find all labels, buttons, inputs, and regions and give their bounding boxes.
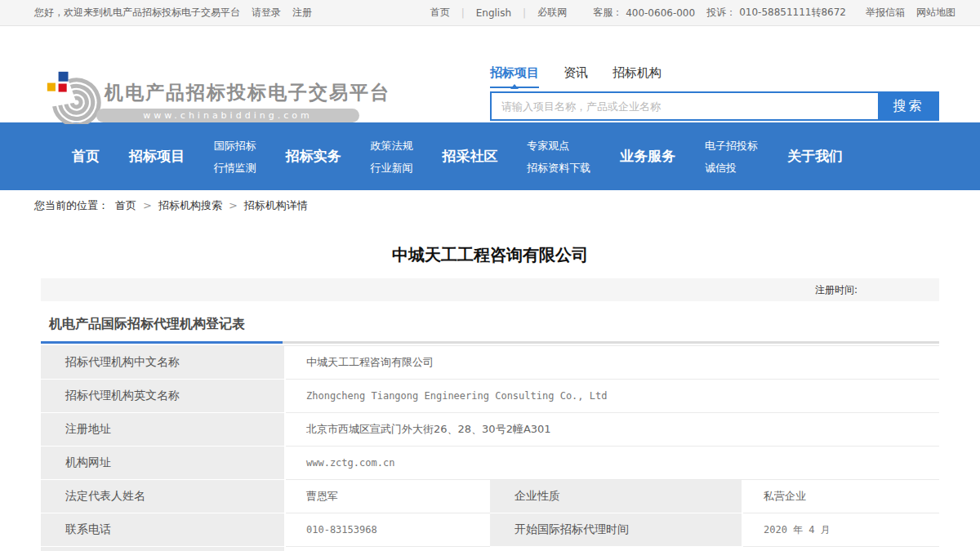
logo-yellow-square (47, 83, 56, 91)
site-header: 机电产品招标投标电子交易平台 www.chinabidding.com 招标项目… (0, 26, 980, 122)
nav-bid-downloads-line2[interactable]: 招标资料下载 (527, 157, 590, 179)
page-title: 中城天工工程咨询有限公司 (41, 242, 939, 267)
site-title: 机电产品招标投标电子交易平台 (105, 80, 390, 105)
nav-expert-views-line1[interactable]: 专家观点 (527, 135, 590, 157)
search-tabs: 招标项目 资讯 招标机构 (490, 65, 939, 88)
search-tab-news[interactable]: 资讯 (564, 65, 588, 88)
welcome-text: 您好，欢迎来到机电产品招标投标电子交易平台 (34, 6, 240, 20)
section-underline-accent (41, 341, 283, 344)
register-link[interactable]: 注册 (292, 6, 312, 20)
register-time-label: 注册时间: (815, 284, 858, 295)
row-label: 开始国际招标代理时间 (490, 513, 743, 547)
nav-bid-projects[interactable]: 招标项目 (129, 147, 185, 166)
search-button[interactable]: 搜索 (878, 91, 939, 121)
breadcrumb-agency-search[interactable]: 招标机构搜索 (158, 190, 222, 221)
active-tab-caret-icon (510, 84, 519, 89)
main-content: 中城天工工程咨询有限公司 注册时间: 机电产品国际招标代理机构登记表 招标代理机… (41, 242, 939, 551)
nav-market-monitor-line2[interactable]: 行情监测 (214, 157, 256, 179)
row-label: 招标代理机构中文名称 (41, 346, 286, 380)
table-row: 法定代表人姓名 曹恩军 企业性质 私营企业 (41, 480, 939, 513)
search-area: 招标项目 资讯 招标机构 搜索 (490, 65, 939, 121)
table-row: 招标代理机构英文名称 Zhongcheng Tiangong Engineeri… (41, 380, 939, 413)
nav-about-us[interactable]: 关于我们 (787, 147, 843, 166)
row-label: 招标代理机构英文名称 (41, 380, 286, 413)
logo-red-square (59, 84, 67, 92)
section-title: 机电产品国际招标代理机构登记表 (41, 316, 939, 334)
agency-detail-table: 招标代理机构中文名称 中城天工工程咨询有限公司 招标代理机构英文名称 Zhong… (41, 345, 939, 551)
nav-home[interactable]: 首页 (72, 147, 100, 166)
breadcrumb-current: 招标机构详情 (244, 190, 308, 221)
row-value: 中城天工工程咨询有限公司 (286, 346, 939, 379)
sitemap-link[interactable]: 网站地图 (916, 6, 956, 20)
site-url-banner: www.chinabidding.com (96, 109, 359, 122)
service-label: 客服： (593, 6, 622, 20)
nav-ebidding[interactable]: 电子招投标 诚信投 (705, 135, 758, 179)
nav-policy-news[interactable]: 政策法规 行业新闻 (371, 135, 413, 179)
complaint-phone: 010-58851111转8672 (739, 6, 846, 20)
section-underline (41, 341, 939, 344)
divider: | (523, 7, 526, 19)
table-row-partial (41, 547, 939, 551)
bilian-link[interactable]: 必联网 (537, 6, 567, 20)
login-link[interactable]: 请登录 (252, 6, 281, 20)
search-tab-agencies[interactable]: 招标机构 (612, 65, 662, 88)
nav-integrity-line2[interactable]: 诚信投 (705, 157, 758, 179)
row-value: 北京市西城区宣武门外大街26、28、30号2幢A301 (286, 413, 939, 446)
nav-intl-bidding[interactable]: 国际招标 行情监测 (214, 135, 256, 179)
row-value: 2020 年 4 月 (743, 513, 939, 546)
divider: | (461, 7, 465, 19)
search-input[interactable] (490, 91, 878, 121)
row-value: 私营企业 (743, 480, 939, 513)
row-label: 机构网址 (41, 447, 286, 480)
row-value: www.zctg.com.cn (286, 447, 939, 479)
register-time-bar: 注册时间: (41, 278, 939, 301)
breadcrumb-separator: > (143, 190, 152, 221)
topbar-home-link[interactable]: 首页 (430, 6, 450, 20)
nav-ebidding-line1[interactable]: 电子招投标 (705, 135, 758, 157)
complaint-label: 投诉： (706, 6, 736, 20)
table-row: 招标代理机构中文名称 中城天工工程咨询有限公司 (41, 346, 939, 380)
nav-bid-practice[interactable]: 招标实务 (286, 147, 341, 166)
main-nav: 首页 招标项目 国际招标 行情监测 招标实务 政策法规 行业新闻 招采社区 专家… (0, 122, 980, 190)
row-label: 企业性质 (490, 480, 743, 513)
nav-expert-downloads[interactable]: 专家观点 招标资料下载 (527, 135, 590, 179)
table-row: 联系电话 010-83153968 开始国际招标代理时间 2020 年 4 月 (41, 513, 939, 547)
row-label: 法定代表人姓名 (41, 480, 286, 513)
english-link[interactable]: English (476, 7, 511, 19)
service-phone: 400-0606-000 (626, 7, 695, 19)
nav-community[interactable]: 招采社区 (442, 147, 497, 166)
row-label (41, 547, 286, 551)
row-label: 联系电话 (41, 513, 286, 547)
table-row: 注册地址 北京市西城区宣武门外大街26、28、30号2幢A301 (41, 413, 939, 447)
row-value: Zhongcheng Tiangong Engineering Consulti… (286, 380, 939, 412)
row-value (286, 547, 939, 551)
topbar: 您好，欢迎来到机电产品招标投标电子交易平台 请登录 注册 首页 | Englis… (0, 0, 980, 26)
breadcrumb-home[interactable]: 首页 (115, 190, 136, 221)
site-logo[interactable]: 机电产品招标投标电子交易平台 www.chinabidding.com (42, 70, 369, 122)
row-value: 010-83153968 (286, 513, 490, 546)
logo-arcs-icon (42, 70, 103, 124)
breadcrumb-prefix: 您当前的位置： (34, 190, 109, 221)
nav-industry-news-line2[interactable]: 行业新闻 (371, 157, 413, 179)
nav-policy-line1[interactable]: 政策法规 (371, 135, 413, 157)
logo-blue-square (59, 72, 69, 82)
nav-intl-bidding-line1[interactable]: 国际招标 (214, 135, 256, 157)
row-value: 曹恩军 (286, 480, 490, 513)
report-mailbox-link[interactable]: 举报信箱 (866, 6, 905, 20)
table-row: 机构网址 www.zctg.com.cn (41, 447, 939, 480)
nav-business-services[interactable]: 业务服务 (620, 147, 675, 166)
breadcrumb-separator: > (229, 190, 238, 221)
row-label: 注册地址 (41, 413, 286, 447)
breadcrumb: 您当前的位置： 首页 > 招标机构搜索 > 招标机构详情 (0, 190, 980, 221)
